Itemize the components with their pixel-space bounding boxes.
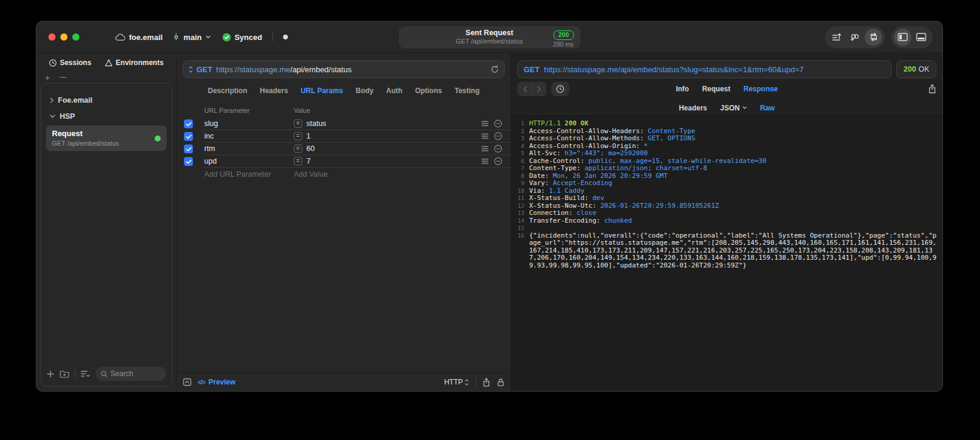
param-enabled-checkbox[interactable] — [184, 157, 193, 166]
import-export-button[interactable] — [828, 29, 845, 46]
param-row[interactable]: rtm = 60 — [184, 143, 511, 155]
history-button[interactable] — [551, 82, 569, 96]
tree-group-label: HSP — [60, 112, 75, 121]
sidebar: Sessions Environments + — — [36, 53, 177, 391]
param-value[interactable]: 1 — [306, 132, 311, 140]
share-response-button[interactable] — [928, 84, 936, 94]
tab-info[interactable]: Info — [676, 85, 689, 93]
param-enabled-checkbox[interactable] — [184, 119, 193, 128]
environments-tab-label: Environments — [116, 59, 164, 67]
tree-group-hsp[interactable]: HSP — [46, 108, 167, 124]
response-status-box: 200 OK — [896, 60, 936, 78]
new-folder-button[interactable] — [60, 370, 69, 378]
response-code[interactable]: 1HTTP/1.1 200 OK2Access-Control-Allow-He… — [511, 116, 942, 391]
line-number: 7 — [512, 165, 529, 173]
line-number: 2 — [512, 128, 529, 136]
synced-check-icon — [222, 33, 231, 42]
request-response-view-button[interactable] — [865, 29, 882, 46]
param-row[interactable]: upd = 7 — [184, 155, 511, 168]
param-name[interactable]: upd — [204, 157, 294, 165]
param-enabled-checkbox[interactable] — [184, 144, 193, 153]
search-icon — [101, 371, 107, 377]
tab-url-params[interactable]: URL Params — [300, 87, 343, 95]
response-method: GET — [524, 65, 540, 74]
subtab-headers[interactable]: Headers — [679, 104, 707, 112]
remove-row-icon[interactable] — [494, 144, 502, 153]
forward-button[interactable] — [532, 82, 545, 96]
preview-button[interactable]: </> Preview — [198, 378, 235, 386]
row-options-icon[interactable] — [481, 133, 489, 139]
flow-view-button[interactable] — [846, 29, 864, 46]
subtab-json[interactable]: JSON — [720, 104, 747, 112]
request-item-subtitle: GET /api/embed/status — [52, 139, 155, 147]
tab-response[interactable]: Response — [744, 85, 778, 93]
row-options-icon[interactable] — [481, 121, 489, 127]
request-url-bar[interactable]: GET https://statuspage.me/api/embed/stat… — [183, 60, 505, 78]
json-subtab-label: JSON — [720, 104, 740, 112]
tab-auth[interactable]: Auth — [386, 87, 403, 95]
remove-session-button[interactable]: — — [60, 73, 67, 81]
response-status-text: OK — [918, 65, 929, 73]
param-enabled-checkbox[interactable] — [184, 132, 193, 141]
param-name[interactable]: rtm — [204, 144, 294, 153]
tab-request[interactable]: Request — [702, 85, 730, 93]
line-content: Vary: Accept-Encoding — [529, 180, 938, 187]
remove-row-icon[interactable] — [494, 157, 502, 165]
preview-label: Preview — [208, 378, 235, 386]
toggle-bottom-panel-button[interactable] — [913, 29, 930, 46]
param-row[interactable]: slug = status — [184, 118, 511, 130]
sent-request-pill[interactable]: Sent Request GET /api/embed/status 200 2… — [399, 26, 580, 48]
tab-options[interactable]: Options — [415, 87, 442, 95]
subtab-raw[interactable]: Raw — [760, 104, 775, 112]
tab-body[interactable]: Body — [356, 87, 374, 95]
tree-group-foe-email[interactable]: Foe.email — [46, 92, 167, 108]
equals-operator-icon: = — [294, 157, 302, 165]
param-column-header: URL Parameter — [204, 107, 294, 114]
close-window-button[interactable] — [48, 33, 56, 41]
param-value[interactable]: status — [306, 119, 326, 128]
param-value[interactable]: 60 — [306, 144, 315, 153]
param-name[interactable]: inc — [204, 132, 294, 140]
method-selector-icon[interactable] — [189, 66, 193, 73]
url-params-table: URL Parameter Value slug = status — [177, 103, 511, 373]
request-tree: Foe.email HSP Request GET /api/embed/sta… — [41, 84, 171, 364]
add-param-placeholder[interactable]: Add URL Parameter — [204, 170, 294, 179]
share-request-button[interactable] — [483, 378, 490, 387]
branch-switcher[interactable]: main — [173, 33, 210, 42]
lock-icon[interactable] — [497, 378, 505, 387]
sidebar-tab-environments[interactable]: Environments — [105, 59, 164, 67]
line-content: Transfer-Encoding: chunked — [529, 217, 938, 225]
equals-operator-icon: = — [294, 119, 302, 128]
param-value[interactable]: 7 — [306, 157, 311, 165]
remove-row-icon[interactable] — [494, 119, 502, 128]
reveal-panel-button[interactable] — [183, 378, 192, 386]
tab-headers[interactable]: Headers — [260, 87, 288, 95]
equals-operator-icon: = — [294, 144, 302, 153]
row-options-icon[interactable] — [481, 158, 489, 164]
add-value-placeholder[interactable]: Add Value — [294, 170, 502, 179]
tab-description[interactable]: Description — [208, 87, 247, 95]
tree-item-request[interactable]: Request GET /api/embed/status — [46, 125, 167, 151]
protocol-selector[interactable]: HTTP — [444, 378, 469, 386]
zoom-window-button[interactable] — [72, 33, 79, 41]
add-param-row[interactable]: Add URL Parameter Add Value — [184, 168, 511, 180]
toggle-sidebar-button[interactable] — [894, 29, 911, 46]
param-row[interactable]: inc = 1 — [184, 130, 511, 143]
add-request-button[interactable] — [47, 370, 54, 378]
sidebar-search-input[interactable]: Search — [96, 367, 166, 381]
project-switcher[interactable]: foe.email — [115, 33, 162, 42]
row-options-icon[interactable] — [481, 146, 489, 152]
resend-request-icon[interactable] — [491, 65, 499, 73]
sort-filter-button[interactable] — [81, 370, 90, 377]
sync-status[interactable]: Synced — [222, 33, 262, 42]
app-window: foe.email main Synced — [36, 21, 943, 392]
remove-row-icon[interactable] — [494, 132, 502, 140]
response-url-readout[interactable]: GET https://statuspage.me/api/embed/stat… — [517, 60, 892, 78]
back-button[interactable] — [518, 82, 532, 96]
sidebar-tab-sessions[interactable]: Sessions — [49, 59, 91, 67]
minimize-window-button[interactable] — [60, 33, 67, 41]
sync-status-label: Synced — [235, 33, 262, 42]
param-name[interactable]: slug — [204, 119, 294, 128]
tab-testing[interactable]: Testing — [454, 87, 480, 95]
add-session-button[interactable]: + — [45, 73, 50, 82]
